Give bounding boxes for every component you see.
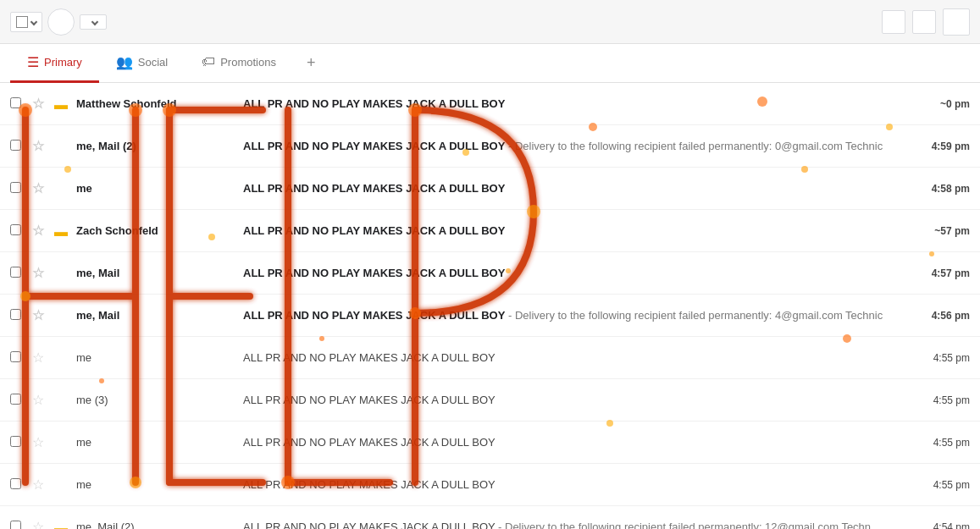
email-subject: ALL PR AND NO PLAY MAKES JACK A DULL BOY…	[243, 309, 909, 322]
sender-name: me	[76, 436, 233, 449]
more-button[interactable]	[80, 14, 107, 30]
social-tab-icon: 👥	[116, 54, 133, 70]
email-row[interactable]: ☆ ▬ me, Mail (2) ALL PR AND NO PLAY MAKE…	[0, 506, 980, 529]
settings-button[interactable]	[943, 8, 970, 36]
social-tab-label: Social	[138, 56, 168, 69]
prev-page-button[interactable]	[882, 10, 905, 34]
row-checkbox[interactable]	[10, 140, 27, 153]
email-row[interactable]: ☆ me ALL PR AND NO PLAY MAKES JACK A DUL…	[0, 168, 980, 210]
star-icon[interactable]: ☆	[32, 223, 49, 239]
star-icon[interactable]: ☆	[32, 350, 49, 366]
folder-icon	[54, 478, 68, 492]
email-subject: ALL PR AND NO PLAY MAKES JACK A DULL BOY	[243, 224, 909, 237]
tab-social[interactable]: 👥 Social	[99, 44, 185, 83]
row-checkbox[interactable]	[10, 351, 27, 365]
email-time: 4:55 pm	[919, 352, 970, 364]
email-time: 4:55 pm	[919, 394, 970, 406]
star-icon[interactable]: ☆	[32, 434, 49, 450]
email-time: ~0 pm	[919, 98, 970, 110]
promotions-tab-icon: 🏷	[202, 54, 215, 69]
email-subject: ALL PR AND NO PLAY MAKES JACK A DULL BOY	[243, 478, 909, 491]
email-row[interactable]: ☆ ▬ Zach Schonfeld ALL PR AND NO PLAY MA…	[0, 210, 980, 252]
email-subject: ALL PR AND NO PLAY MAKES JACK A DULL BOY	[243, 97, 909, 110]
star-icon[interactable]: ☆	[32, 392, 49, 408]
star-icon[interactable]: ☆	[32, 307, 49, 323]
dropdown-chevron-icon	[30, 18, 37, 25]
select-all-checkbox	[16, 16, 28, 28]
row-checkbox[interactable]	[10, 436, 27, 449]
sender-name: me, Mail	[76, 267, 233, 279]
refresh-button[interactable]	[47, 8, 75, 36]
select-all-dropdown[interactable]	[10, 12, 42, 32]
add-tab-button[interactable]: +	[300, 54, 323, 72]
tab-primary[interactable]: ☰ Primary	[10, 44, 99, 83]
sender-name: me, Mail (2)	[76, 140, 233, 152]
folder-icon	[54, 351, 68, 365]
tab-promotions[interactable]: 🏷 Promotions	[185, 44, 293, 83]
email-row[interactable]: ☆ me (3) ALL PR AND NO PLAY MAKES JACK A…	[0, 379, 980, 422]
email-time: 4:59 pm	[919, 141, 970, 152]
more-chevron-icon	[91, 18, 98, 25]
email-subject: ALL PR AND NO PLAY MAKES JACK A DULL BOY	[243, 351, 909, 364]
next-page-button[interactable]	[912, 10, 936, 34]
email-time: 4:56 pm	[919, 310, 970, 322]
row-checkbox[interactable]	[10, 309, 27, 322]
email-row[interactable]: ☆ me, Mail ALL PR AND NO PLAY MAKES JACK…	[0, 252, 980, 295]
folder-icon	[54, 267, 68, 280]
folder-icon	[54, 436, 68, 449]
star-icon[interactable]: ☆	[32, 180, 49, 196]
star-icon[interactable]: ☆	[32, 96, 49, 112]
sender-name: me	[76, 182, 233, 195]
email-row[interactable]: ☆ me ALL PR AND NO PLAY MAKES JACK A DUL…	[0, 337, 980, 379]
email-time: 4:55 pm	[919, 437, 970, 449]
email-subject: ALL PR AND NO PLAY MAKES JACK A DULL BOY	[243, 394, 909, 406]
sender-name: me, Mail (2)	[76, 521, 233, 529]
email-time: 4:58 pm	[919, 183, 970, 195]
primary-tab-icon: ☰	[27, 54, 39, 70]
row-checkbox[interactable]	[10, 97, 27, 111]
email-time: 4:57 pm	[919, 267, 970, 279]
sender-name: Matthew Schonfeld	[76, 97, 233, 110]
email-row[interactable]: ☆ me, Mail (2) ALL PR AND NO PLAY MAKES …	[0, 125, 980, 168]
row-checkbox[interactable]	[10, 478, 27, 492]
email-snippet: - Delivery to the following recipient fa…	[505, 140, 883, 152]
email-time: ~57 pm	[919, 225, 970, 237]
toolbar-left	[10, 8, 107, 36]
email-row[interactable]: ☆ me, Mail ALL PR AND NO PLAY MAKES JACK…	[0, 295, 980, 337]
email-time: 4:55 pm	[919, 479, 970, 491]
folder-icon: ▬	[54, 224, 68, 238]
folder-icon	[54, 309, 68, 322]
email-subject: ALL PR AND NO PLAY MAKES JACK A DULL BOY…	[243, 521, 909, 529]
star-icon[interactable]: ☆	[32, 477, 49, 493]
star-icon[interactable]: ☆	[32, 519, 49, 529]
row-checkbox[interactable]	[10, 224, 27, 238]
email-row[interactable]: ☆ me ALL PR AND NO PLAY MAKES JACK A DUL…	[0, 422, 980, 464]
sender-name: Zach Schonfeld	[76, 224, 233, 237]
row-checkbox[interactable]	[10, 521, 27, 530]
folder-icon: ▬	[54, 521, 68, 530]
sender-name: me	[76, 351, 233, 364]
primary-tab-label: Primary	[44, 56, 82, 69]
folder-icon	[54, 182, 68, 196]
email-subject: ALL PR AND NO PLAY MAKES JACK A DULL BOY	[243, 267, 909, 279]
sender-name: me	[76, 478, 233, 491]
star-icon[interactable]: ☆	[32, 138, 49, 154]
folder-icon: ▬	[54, 97, 68, 111]
email-row[interactable]: ☆ me ALL PR AND NO PLAY MAKES JACK A DUL…	[0, 464, 980, 506]
email-subject: ALL PR AND NO PLAY MAKES JACK A DULL BOY	[243, 182, 909, 195]
email-subject: ALL PR AND NO PLAY MAKES JACK A DULL BOY…	[243, 140, 909, 152]
toolbar	[0, 0, 980, 44]
email-subject: ALL PR AND NO PLAY MAKES JACK A DULL BOY	[243, 436, 909, 449]
row-checkbox[interactable]	[10, 182, 27, 196]
toolbar-right	[872, 8, 970, 36]
promotions-tab-label: Promotions	[220, 56, 276, 69]
star-icon[interactable]: ☆	[32, 265, 49, 281]
email-list: ☆ ▬ Matthew Schonfeld ALL PR AND NO PLAY…	[0, 83, 980, 529]
sender-name: me, Mail	[76, 309, 233, 322]
tabs-bar: ☰ Primary 👥 Social 🏷 Promotions +	[0, 44, 980, 83]
email-snippet: - Delivery to the following recipient fa…	[495, 521, 871, 529]
sender-name: me (3)	[76, 394, 233, 406]
row-checkbox[interactable]	[10, 267, 27, 280]
row-checkbox[interactable]	[10, 394, 27, 407]
email-row[interactable]: ☆ ▬ Matthew Schonfeld ALL PR AND NO PLAY…	[0, 83, 980, 125]
